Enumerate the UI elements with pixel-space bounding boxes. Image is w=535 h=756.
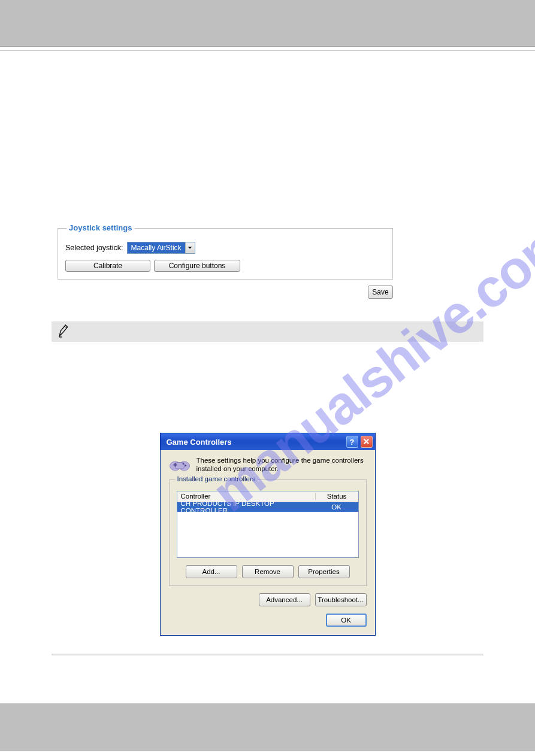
svg-point-5 <box>182 463 184 464</box>
remove-button[interactable]: Remove <box>242 565 294 578</box>
joystick-settings-group: Joystick settings Selected joystick: Mac… <box>58 228 393 280</box>
game-controllers-dialog: Game Controllers ? <box>160 433 376 636</box>
dialog-help-button[interactable]: ? <box>346 436 358 448</box>
dialog-description: These settings help you configure the ga… <box>197 456 367 473</box>
close-icon <box>363 438 370 447</box>
ok-button[interactable]: OK <box>326 614 367 627</box>
svg-rect-4 <box>174 463 176 467</box>
controller-name-cell: CH PRODUCTS IP DESKTOP CONTROLLER <box>177 500 315 514</box>
top-header-bar <box>0 0 535 47</box>
bottom-footer-bar <box>0 703 535 751</box>
help-icon: ? <box>350 438 355 447</box>
advanced-button[interactable]: Advanced... <box>259 593 310 606</box>
selected-joystick-dropdown[interactable]: Macally AirStick <box>127 242 195 254</box>
installed-controllers-group: Installed game controllers Controller St… <box>169 479 367 586</box>
svg-point-6 <box>185 464 186 466</box>
controller-row[interactable]: CH PRODUCTS IP DESKTOP CONTROLLER OK <box>177 502 358 512</box>
save-button[interactable]: Save <box>368 286 393 299</box>
selected-joystick-label: Selected joystick: <box>65 244 123 252</box>
troubleshoot-button[interactable]: Troubleshoot... <box>315 593 367 606</box>
controller-list[interactable]: Controller Status CH PRODUCTS IP DESKTOP… <box>177 491 359 558</box>
note-bar <box>52 321 483 342</box>
gamepad-icon <box>169 456 191 473</box>
calibrate-button[interactable]: Calibrate <box>65 260 150 272</box>
joystick-settings-legend: Joystick settings <box>67 223 135 232</box>
selected-joystick-value: Macally AirStick <box>128 242 185 253</box>
page: manualshive.com Joystick settings Select… <box>0 0 535 751</box>
installed-controllers-legend: Installed game controllers <box>176 475 258 482</box>
chevron-down-icon[interactable] <box>185 242 195 253</box>
configure-buttons-button[interactable]: Configure buttons <box>154 260 240 272</box>
column-status[interactable]: Status <box>315 493 358 500</box>
add-button[interactable]: Add... <box>186 565 237 578</box>
pencil-icon <box>58 324 69 340</box>
controller-status-cell: OK <box>315 503 358 511</box>
dialog-title-bar[interactable]: Game Controllers ? <box>161 433 375 450</box>
dialog-close-button[interactable] <box>361 436 373 448</box>
properties-button[interactable]: Properties <box>298 565 350 578</box>
dialog-title-text: Game Controllers <box>167 438 232 447</box>
content-area: Joystick settings Selected joystick: Mac… <box>0 51 535 636</box>
column-controller[interactable]: Controller <box>177 493 315 500</box>
